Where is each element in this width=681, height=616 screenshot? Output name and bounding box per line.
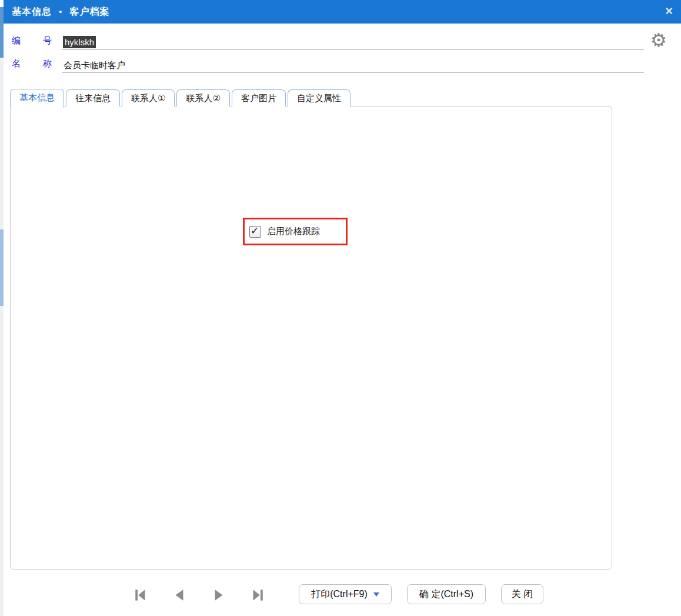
name-label: 名称: [12, 57, 52, 70]
name-value: 会员卡临时客户: [62, 60, 125, 70]
print-dropdown-icon[interactable]: [373, 592, 379, 597]
price-tracking-highlight: ✓ 启用价格跟踪: [243, 218, 348, 245]
background-window-edge-mid: [0, 229, 4, 306]
title-text: 客户档案: [69, 6, 109, 16]
tab-customer-image[interactable]: 客户图片: [232, 89, 286, 106]
dialog-titlebar: 基本信息●客户档案 ×: [4, 0, 681, 24]
code-input[interactable]: hyklskh: [62, 36, 644, 50]
nav-previous-button[interactable]: [172, 588, 188, 603]
tab-basic-info[interactable]: 基本信息: [10, 89, 64, 108]
code-value: hyklskh: [63, 36, 96, 48]
background-window-edge: [0, 0, 4, 616]
tab-contact-1[interactable]: 联系人①: [122, 89, 175, 106]
background-window-edge-blue: [0, 7, 4, 58]
gear-icon[interactable]: ⚙: [647, 28, 670, 52]
checkmark-icon: ✓: [251, 225, 259, 237]
close-icon[interactable]: ×: [665, 0, 673, 24]
background-window-edge-top: [0, 0, 4, 7]
tab-custom-attributes[interactable]: 自定义属性: [288, 89, 350, 106]
close-button-label: 关 闭: [512, 588, 533, 601]
tab-transactions[interactable]: 往来信息: [66, 89, 120, 106]
close-button[interactable]: 关 闭: [501, 584, 543, 604]
print-button[interactable]: 打印(Ctrl+F9): [299, 584, 392, 604]
print-button-label: 打印(Ctrl+F9): [311, 588, 368, 601]
dialog-title: 基本信息●客户档案: [12, 0, 109, 24]
nav-last-button[interactable]: [249, 588, 265, 603]
title-module: 基本信息: [12, 6, 52, 16]
price-tracking-label[interactable]: 启用价格跟踪: [267, 226, 320, 237]
tab-contact-2[interactable]: 联系人②: [176, 89, 229, 106]
nav-first-button[interactable]: [133, 588, 149, 603]
nav-next-button[interactable]: [211, 588, 226, 603]
title-bullet-icon: ●: [59, 0, 62, 24]
code-label: 编号: [12, 34, 52, 47]
ok-button[interactable]: 确 定(Ctrl+S): [407, 584, 486, 604]
tab-bar: 基本信息 往来信息 联系人① 联系人② 客户图片 自定义属性: [10, 89, 350, 108]
tab-content-panel: [10, 106, 612, 570]
price-tracking-checkbox[interactable]: ✓: [249, 226, 261, 238]
ok-button-label: 确 定(Ctrl+S): [419, 588, 473, 601]
name-input[interactable]: 会员卡临时客户: [62, 59, 644, 73]
